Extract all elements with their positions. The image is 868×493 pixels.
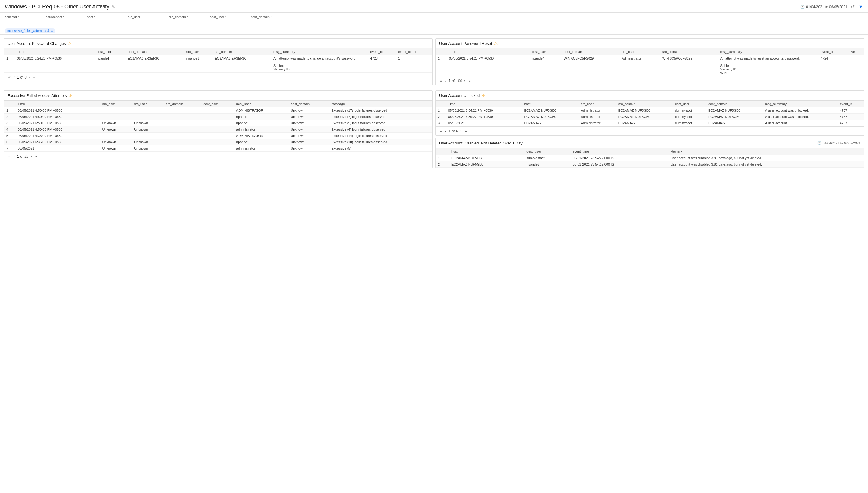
col-msg-summary[interactable]: msg_summary [763, 101, 837, 107]
active-filter-tag[interactable]: excessive_failed_attempts 3 × [5, 28, 56, 33]
col-dest-domain[interactable]: dest_domain [561, 48, 620, 56]
filter-icon[interactable]: ▼ [859, 4, 863, 9]
cell-dest-domain: Unknown [288, 133, 329, 139]
table-row[interactable]: 3 05/05/2021 EC2AMAZ- Administrator EC2A… [435, 120, 864, 126]
filter-sourcehost-value[interactable] [46, 19, 82, 24]
filter-src-user-value[interactable] [128, 19, 164, 24]
first-page-btn[interactable]: « [7, 154, 12, 159]
table-row[interactable]: 2 EC2AMAZ-NUF5GB0 npande2 05-01-2021 23:… [435, 161, 864, 168]
table-row[interactable]: 1 05/05/2021 6:54:26 PM +0530 npande4 WI… [435, 56, 864, 76]
col-dest-domain[interactable]: dest_domain [706, 101, 763, 107]
last-page-btn[interactable]: » [34, 154, 38, 159]
col-event-time[interactable]: event_time [571, 148, 668, 155]
table-row[interactable]: 3 05/05/2021 6:50:00 PM +0530 Unknown Un… [4, 120, 433, 126]
cell-dest-user: npande1 [234, 139, 288, 145]
first-page-btn[interactable]: « [7, 74, 12, 80]
col-src-user[interactable]: src_user [131, 101, 164, 107]
cell-event-count: 1 [396, 56, 433, 72]
active-filter-remove[interactable]: × [51, 29, 53, 33]
table-row[interactable]: 1 05/05/2021 6:24:23 PM +0530 npande1 EC… [4, 56, 433, 72]
cell-dest-user: sumotestact [524, 155, 570, 161]
next-page-btn[interactable]: › [463, 78, 466, 83]
filter-dest-user-value[interactable] [210, 19, 246, 24]
col-time[interactable]: Time [446, 101, 522, 107]
password-reset-table-container[interactable]: Time dest_user dest_domain src_user src_… [435, 48, 864, 76]
filter-host-value[interactable] [87, 19, 123, 24]
account-unlocked-table-container[interactable]: Time host src_user src_domain dest_user … [435, 101, 864, 126]
account-disabled-header: User Account Disabled, Not Deleted Over … [435, 138, 864, 148]
account-disabled-table-container[interactable]: host dest_user event_time Remark 1 EC2AM… [435, 148, 864, 168]
last-page-btn[interactable]: » [468, 78, 472, 83]
col-message[interactable]: message [329, 101, 433, 107]
col-dest-user[interactable]: dest_user [524, 148, 570, 155]
col-dest-user[interactable]: dest_user [94, 48, 125, 56]
failed-access-table-container[interactable]: Time src_host src_user src_domain dest_h… [4, 101, 433, 152]
clock-icon: 🕐 [800, 5, 805, 9]
table-row[interactable]: 4 05/05/2021 6:50:00 PM +0530 Unknown Un… [4, 126, 433, 133]
cell-dest-host [201, 114, 234, 120]
col-time[interactable]: Time [15, 101, 100, 107]
last-page-btn[interactable]: » [463, 129, 468, 134]
col-remark[interactable]: Remark [668, 148, 864, 155]
current-page: 1 [449, 129, 451, 133]
col-src-domain[interactable]: src_domain [616, 101, 673, 107]
col-src-user[interactable]: src_user [579, 101, 616, 107]
table-row[interactable]: 2 05/05/2021 6:39:22 PM +0530 EC2AMAZ-NU… [435, 114, 864, 120]
col-event-id[interactable]: event_id [818, 48, 847, 56]
col-host[interactable]: host [449, 148, 524, 155]
col-src-domain[interactable]: src_domain [212, 48, 271, 56]
col-time[interactable]: Time [15, 48, 94, 56]
table-row[interactable]: 1 05/05/2021 6:54:22 PM +0530 EC2AMAZ-NU… [435, 107, 864, 114]
col-msg-summary[interactable]: msg_summary [271, 48, 368, 56]
last-page-btn[interactable]: » [32, 74, 36, 80]
col-event-id[interactable]: event_id [368, 48, 396, 56]
table-row[interactable]: 5 05/05/2021 6:35:00 PM +0530 - - - ADMI… [4, 133, 433, 139]
col-src-user[interactable]: src_user [184, 48, 213, 56]
table-row[interactable]: 2 05/05/2021 6:50:00 PM +0530 - - - npan… [4, 114, 433, 120]
col-event-id[interactable]: event_id [837, 101, 864, 107]
next-page-btn[interactable]: › [459, 129, 462, 134]
password-reset-pagination: « ‹ 1 of 100 › » [435, 76, 864, 85]
cell-time: 05/05/2021 [446, 120, 522, 126]
prev-page-btn[interactable]: ‹ [13, 74, 16, 80]
col-dest-user[interactable]: dest_user [673, 101, 706, 107]
filter-dest-domain-value[interactable] [251, 19, 287, 24]
prev-page-btn[interactable]: ‹ [444, 129, 447, 134]
filter-src-user: src_user * [128, 15, 164, 24]
col-dest-host[interactable]: dest_host [201, 101, 234, 107]
col-dest-user[interactable]: dest_user [234, 101, 288, 107]
col-dest-domain[interactable]: dest_domain [125, 48, 184, 56]
cell-remark: User account was disabled 3.81 days ago,… [668, 161, 864, 168]
account-unlocked-panel: User Account Unlocked ⚠ Time host src_us… [435, 90, 864, 136]
table-row[interactable]: 1 05/05/2021 6:50:00 PM +0530 - - - ADMI… [4, 107, 433, 114]
total-pages: 100 [456, 79, 462, 83]
filter-collector-value[interactable] [5, 19, 41, 24]
refresh-icon[interactable]: ↺ [851, 4, 855, 9]
prev-page-btn[interactable]: ‹ [13, 154, 16, 159]
password-changes-table-container[interactable]: Time dest_user dest_domain src_user src_… [4, 48, 433, 72]
col-src-user[interactable]: src_user [619, 48, 660, 56]
col-dest-domain[interactable]: dest_domain [288, 101, 329, 107]
filter-sourcehost-label: sourcehost * [46, 15, 82, 19]
filter-src-domain-value[interactable] [169, 19, 205, 24]
col-time[interactable]: Time [447, 48, 529, 56]
col-eve[interactable]: eve [847, 48, 864, 56]
col-src-domain[interactable]: src_domain [164, 101, 201, 107]
col-dest-user[interactable]: dest_user [529, 48, 561, 56]
filter-collector-label: collector * [5, 15, 41, 19]
first-page-btn[interactable]: « [439, 78, 443, 83]
table-row[interactable]: 1 EC2AMAZ-NUF5GB0 sumotestact 05-01-2021… [435, 155, 864, 161]
table-row[interactable]: 6 05/05/2021 6:35:00 PM +0530 Unknown Un… [4, 139, 433, 145]
col-event-count[interactable]: event_count [396, 48, 433, 56]
next-page-btn[interactable]: › [28, 74, 31, 80]
col-host[interactable]: host [522, 101, 579, 107]
table-row[interactable]: 7 05/05/2021 Unknown Unknown administrat… [4, 145, 433, 152]
col-src-domain[interactable]: src_domain [660, 48, 718, 56]
prev-page-btn[interactable]: ‹ [444, 78, 447, 83]
col-msg-summary[interactable]: msg_summary [718, 48, 818, 56]
next-page-btn[interactable]: › [30, 154, 33, 159]
col-src-host[interactable]: src_host [100, 101, 131, 107]
cell-dest-user: npande1 [234, 114, 288, 120]
first-page-btn[interactable]: « [439, 129, 443, 134]
edit-icon[interactable]: ✎ [112, 4, 115, 9]
